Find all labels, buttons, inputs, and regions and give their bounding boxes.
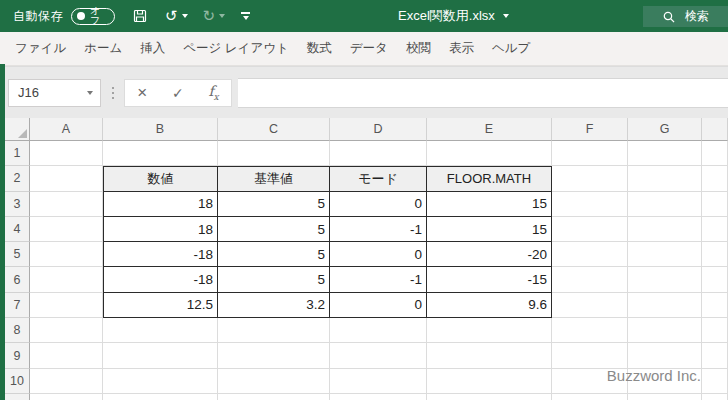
cell-f1[interactable] <box>552 141 628 166</box>
select-all-button[interactable] <box>5 118 30 141</box>
cell-c8[interactable] <box>218 318 330 343</box>
cell-h2[interactable] <box>702 166 728 191</box>
cell-f8[interactable] <box>552 318 628 343</box>
cell-g7[interactable] <box>628 293 702 318</box>
formula-input[interactable] <box>238 78 728 108</box>
cell-d1[interactable] <box>330 141 427 166</box>
autosave-toggle[interactable]: オフ <box>71 8 115 25</box>
cell-g4[interactable] <box>628 217 702 242</box>
cell-h10[interactable] <box>702 369 728 394</box>
cell-g3[interactable] <box>628 192 702 217</box>
document-title[interactable]: Excel関数用.xlsx <box>398 0 509 32</box>
search-box[interactable]: 検索 <box>643 6 728 27</box>
cell-c5[interactable]: 5 <box>218 242 330 267</box>
cell-e5[interactable]: -20 <box>427 242 552 267</box>
cell-f9[interactable] <box>552 343 628 368</box>
cell-h7[interactable] <box>702 293 728 318</box>
tab-data[interactable]: データ <box>350 40 388 57</box>
cell-b9[interactable] <box>103 343 218 368</box>
column-header-c[interactable]: C <box>218 118 330 141</box>
row-header-6[interactable]: 6 <box>5 267 30 292</box>
cell-e7[interactable]: 9.6 <box>427 293 552 318</box>
tab-file[interactable]: ファイル <box>15 40 66 57</box>
cell-a6[interactable] <box>30 267 103 292</box>
tab-review[interactable]: 校閲 <box>406 40 431 57</box>
cell-e1[interactable] <box>427 141 552 166</box>
cell-d6[interactable]: -1 <box>330 267 427 292</box>
cell-c1[interactable] <box>218 141 330 166</box>
cell-a5[interactable] <box>30 242 103 267</box>
row-header-5[interactable]: 5 <box>5 242 30 267</box>
undo-button[interactable]: ↺ <box>161 0 192 32</box>
row-header-2[interactable]: 2 <box>5 166 30 191</box>
cell-h3[interactable] <box>702 192 728 217</box>
cell-h5[interactable] <box>702 242 728 267</box>
cell-b5[interactable]: -18 <box>103 242 218 267</box>
cell-g9[interactable] <box>628 343 702 368</box>
row-header-9[interactable]: 9 <box>5 343 30 368</box>
cell-f6[interactable] <box>552 267 628 292</box>
cell-c9[interactable] <box>218 343 330 368</box>
cell-c10[interactable] <box>218 369 330 394</box>
cell-d5[interactable]: 0 <box>330 242 427 267</box>
cell-g8[interactable] <box>628 318 702 343</box>
cell-d10[interactable] <box>330 369 427 394</box>
cell-b8[interactable] <box>103 318 218 343</box>
cell-c3[interactable]: 5 <box>218 192 330 217</box>
cell-e10[interactable] <box>427 369 552 394</box>
cell-c11[interactable] <box>218 394 330 400</box>
cell-e9[interactable] <box>427 343 552 368</box>
cell-g2[interactable] <box>628 166 702 191</box>
cell-e6[interactable]: -15 <box>427 267 552 292</box>
row-header-3[interactable]: 3 <box>5 192 30 217</box>
column-header-e[interactable]: E <box>427 118 552 141</box>
row-header-8[interactable]: 8 <box>5 318 30 343</box>
cell-c4[interactable]: 5 <box>218 217 330 242</box>
name-box[interactable]: J16 <box>8 79 101 107</box>
tab-help[interactable]: ヘルプ <box>492 40 530 57</box>
cell-a8[interactable] <box>30 318 103 343</box>
cell-f4[interactable] <box>552 217 628 242</box>
cell-b4[interactable]: 18 <box>103 217 218 242</box>
cell-b3[interactable]: 18 <box>103 192 218 217</box>
tab-insert[interactable]: 挿入 <box>140 40 165 57</box>
cell-h4[interactable] <box>702 217 728 242</box>
cell-c2[interactable]: 基準値 <box>218 166 330 191</box>
customize-quick-access-toolbar-button[interactable] <box>237 0 254 32</box>
cell-d8[interactable] <box>330 318 427 343</box>
save-button[interactable] <box>128 0 152 32</box>
cell-e4[interactable]: 15 <box>427 217 552 242</box>
cell-f5[interactable] <box>552 242 628 267</box>
cell-h9[interactable] <box>702 343 728 368</box>
cell-a2[interactable] <box>30 166 103 191</box>
cell-f3[interactable] <box>552 192 628 217</box>
name-box-dropdown-icon[interactable] <box>87 91 93 95</box>
cell-g5[interactable] <box>628 242 702 267</box>
cell-f11[interactable] <box>552 394 628 400</box>
cell-b6[interactable]: -18 <box>103 267 218 292</box>
cell-b10[interactable] <box>103 369 218 394</box>
enter-button[interactable]: ✓ <box>172 86 184 100</box>
cell-h11[interactable] <box>702 394 728 400</box>
tab-page-layout[interactable]: ページ レイアウト <box>183 40 289 57</box>
tab-formulas[interactable]: 数式 <box>307 40 332 57</box>
redo-button[interactable]: ↻ <box>199 0 230 32</box>
cell-g11[interactable] <box>628 394 702 400</box>
cell-d4[interactable]: -1 <box>330 217 427 242</box>
cell-a7[interactable] <box>30 293 103 318</box>
column-header-b[interactable]: B <box>103 118 218 141</box>
cell-b7[interactable]: 12.5 <box>103 293 218 318</box>
cell-a1[interactable] <box>30 141 103 166</box>
cell-e11[interactable] <box>427 394 552 400</box>
cell-e8[interactable] <box>427 318 552 343</box>
cell-d2[interactable]: モード <box>330 166 427 191</box>
cell-h1[interactable] <box>702 141 728 166</box>
cell-a9[interactable] <box>30 343 103 368</box>
cell-g6[interactable] <box>628 267 702 292</box>
row-header-11[interactable]: 11 <box>5 394 30 400</box>
row-header-1[interactable]: 1 <box>5 141 30 166</box>
cell-a4[interactable] <box>30 217 103 242</box>
cell-g1[interactable] <box>628 141 702 166</box>
cell-d9[interactable] <box>330 343 427 368</box>
cell-a10[interactable] <box>30 369 103 394</box>
